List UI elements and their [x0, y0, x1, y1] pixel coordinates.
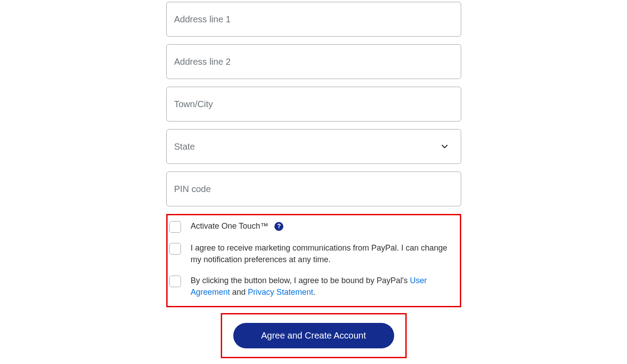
- address-line-1-input[interactable]: [166, 2, 461, 37]
- marketing-label: I agree to receive marketing communicati…: [191, 243, 458, 265]
- terms-suffix: .: [313, 288, 316, 297]
- onetouch-row: Activate One Touch™ ?: [168, 221, 460, 233]
- help-icon[interactable]: ?: [274, 222, 283, 231]
- state-select-wrapper: State: [166, 129, 461, 164]
- terms-row: By clicking the button below, I agree to…: [168, 275, 460, 298]
- pincode-input[interactable]: [166, 172, 461, 206]
- terms-label: By clicking the button below, I agree to…: [191, 275, 458, 298]
- state-label: State: [174, 142, 195, 152]
- onetouch-checkbox[interactable]: [169, 221, 181, 233]
- submit-highlight-box: Agree and Create Account: [221, 313, 407, 358]
- address-line-2-input[interactable]: [166, 44, 461, 79]
- terms-middle: and: [230, 288, 248, 297]
- onetouch-label: Activate One Touch™: [191, 221, 269, 232]
- city-input[interactable]: [166, 87, 461, 121]
- agree-create-account-button[interactable]: Agree and Create Account: [233, 323, 394, 348]
- terms-prefix: By clicking the button below, I agree to…: [191, 276, 410, 285]
- signup-form: State Activate One Touch™ ? I agree to r…: [166, 2, 461, 358]
- marketing-row: I agree to receive marketing communicati…: [168, 243, 460, 265]
- onetouch-label-group: Activate One Touch™ ?: [191, 221, 458, 232]
- terms-checkbox[interactable]: [169, 276, 181, 287]
- marketing-checkbox[interactable]: [169, 243, 181, 255]
- checkbox-highlight-box: Activate One Touch™ ? I agree to receive…: [166, 214, 461, 307]
- privacy-statement-link[interactable]: Privacy Statement: [248, 288, 313, 297]
- state-select[interactable]: State: [166, 129, 461, 164]
